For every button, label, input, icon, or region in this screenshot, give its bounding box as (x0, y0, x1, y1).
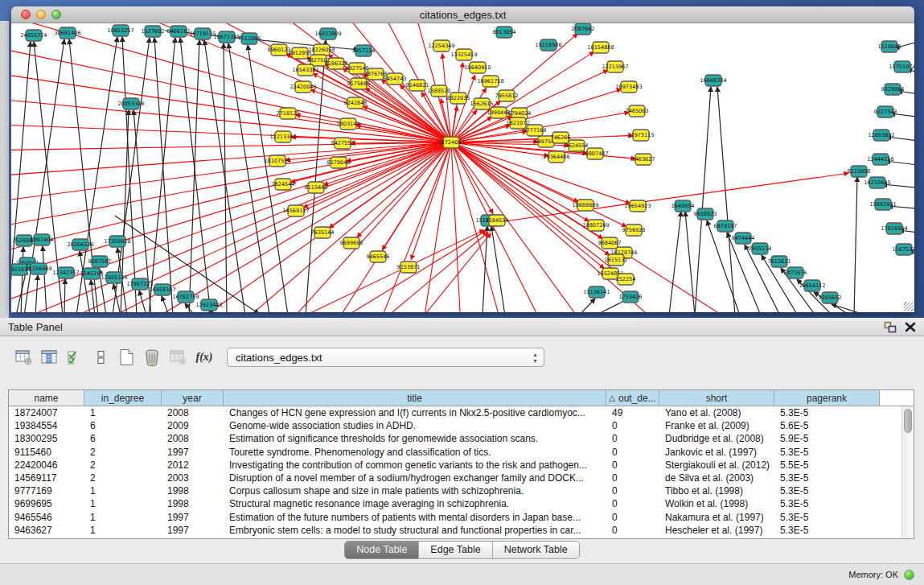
network-window-titlebar[interactable]: citations_edges.txt (11, 6, 914, 23)
column-header-title[interactable]: title (224, 390, 606, 406)
cell-short[interactable]: Wolkin et al. (1998) (659, 497, 774, 510)
import-table-icon[interactable] (166, 349, 191, 365)
column-header-pagerank[interactable]: pagerank (774, 390, 880, 406)
cell-in-degree[interactable]: 1 (84, 484, 162, 497)
cell-out-de-[interactable]: 0 (606, 472, 659, 484)
float-panel-icon[interactable] (884, 321, 897, 333)
table-row[interactable]: 969969511998Structural magnetic resonanc… (9, 497, 914, 510)
cell-out-de-[interactable]: 0 (606, 459, 659, 472)
cell-pagerank[interactable]: 5.3E-5 (774, 406, 880, 419)
cell-pagerank[interactable]: 5.6E-5 (774, 419, 880, 432)
table-row[interactable]: 1456911722003Disruption of a novel membe… (9, 472, 914, 484)
cell-in-degree[interactable]: 1 (84, 497, 162, 510)
table-row[interactable]: 1938455462009Genome-wide association stu… (9, 419, 914, 432)
cell-short[interactable]: Dudbridge et al. (2008) (659, 432, 774, 445)
table-row[interactable]: 1830029562008Estimation of significance … (9, 432, 914, 445)
table-row[interactable]: 977716911998Corpus callosum shape and si… (9, 484, 914, 497)
column-header-short[interactable]: short (659, 390, 774, 406)
cell-name[interactable]: 18724007 (9, 406, 84, 419)
table-row[interactable]: 946362711997Embryonic stem cells: a mode… (9, 524, 914, 537)
cell-in-degree[interactable]: 2 (84, 472, 162, 484)
cell-pagerank[interactable]: 5.3E-5 (774, 497, 880, 510)
cell-in-degree[interactable]: 6 (84, 432, 162, 445)
cell-year[interactable]: 1997 (162, 511, 224, 524)
column-header-out-de-[interactable]: △out_de... (606, 390, 659, 406)
table-row[interactable]: 2242004622012Investigating the contribut… (9, 459, 914, 472)
cell-year[interactable]: 1998 (162, 497, 224, 510)
cell-year[interactable]: 1998 (162, 484, 224, 497)
cell-year[interactable]: 2008 (162, 432, 224, 445)
cell-year[interactable]: 2003 (162, 472, 224, 484)
column-header-year[interactable]: year (162, 390, 224, 406)
table-selector-dropdown[interactable]: citations_edges.txt ▲▼ (227, 348, 544, 367)
cell-title[interactable]: Estimation of significance thresholds fo… (224, 432, 606, 445)
cell-out-de-[interactable]: 0 (606, 484, 659, 497)
cell-title[interactable]: Disruption of a novel member of a sodium… (224, 472, 606, 484)
cell-title[interactable]: Tourette syndrome. Phenomenology and cla… (224, 446, 606, 459)
close-panel-icon[interactable] (905, 322, 916, 332)
column-header-in-degree[interactable]: in_degree (84, 390, 162, 406)
cell-short[interactable]: Jankovic et al. (1997) (659, 446, 774, 459)
cell-in-degree[interactable]: 6 (84, 419, 162, 432)
select-all-icon[interactable] (63, 349, 88, 365)
cell-pagerank[interactable]: 5.3E-5 (774, 524, 880, 537)
scrollbar-thumb[interactable] (904, 409, 912, 433)
table-row[interactable]: 1872400712008Changes of HCN gene express… (9, 406, 914, 419)
cell-year[interactable]: 2009 (162, 419, 224, 432)
cell-name[interactable]: 9465546 (9, 511, 84, 524)
cell-out-de-[interactable]: 0 (606, 419, 659, 432)
network-canvas[interactable]: 2405572430691406106532571527602646616210… (11, 23, 914, 312)
cell-in-degree[interactable]: 2 (84, 446, 162, 459)
tab-network-table[interactable]: Network Table (492, 542, 579, 558)
table-vertical-scrollbar[interactable] (901, 406, 914, 538)
cell-name[interactable]: 18300295 (9, 432, 84, 445)
cell-name[interactable]: 9777169 (9, 484, 84, 497)
cell-title[interactable]: Embryonic stem cells: a model to study s… (224, 524, 606, 537)
show-columns-icon[interactable] (37, 349, 63, 365)
cell-year[interactable]: 1997 (162, 446, 224, 459)
cell-short[interactable]: Tibbo et al. (1998) (659, 484, 774, 497)
tab-node-table[interactable]: Node Table (345, 542, 418, 558)
cell-out-de-[interactable]: 0 (606, 446, 659, 459)
cell-short[interactable]: de Silva et al. (2003) (659, 472, 774, 484)
cell-pagerank[interactable]: 5.3E-5 (774, 484, 880, 497)
cell-out-de-[interactable]: 0 (606, 524, 659, 537)
function-builder-icon[interactable]: f(x) (191, 351, 217, 364)
cell-in-degree[interactable]: 1 (84, 511, 162, 524)
new-table-icon[interactable] (114, 348, 140, 366)
table-row[interactable]: 946554611997Estimation of the future num… (9, 511, 914, 524)
cell-out-de-[interactable]: 49 (606, 406, 659, 419)
cell-in-degree[interactable]: 1 (84, 524, 162, 537)
cell-title[interactable]: Estimation of the future numbers of pati… (224, 511, 606, 524)
cell-title[interactable]: Investigating the contribution of common… (224, 459, 606, 472)
cell-out-de-[interactable]: 0 (606, 432, 659, 445)
cell-short[interactable]: Nakamura et al. (1997) (659, 511, 774, 524)
cell-year[interactable]: 2008 (162, 406, 224, 419)
cell-pagerank[interactable]: 5.3E-5 (774, 446, 880, 459)
cell-name[interactable]: 14569117 (9, 472, 84, 484)
cell-in-degree[interactable]: 2 (84, 459, 162, 472)
cell-year[interactable]: 1997 (162, 524, 224, 537)
cell-pagerank[interactable]: 5.9E-5 (774, 432, 880, 445)
cell-short[interactable]: Franke et al. (2009) (659, 419, 774, 432)
cell-out-de-[interactable]: 0 (606, 497, 659, 510)
column-header-name[interactable]: name (9, 390, 84, 406)
cell-out-de-[interactable]: 0 (606, 511, 659, 524)
cell-year[interactable]: 2012 (162, 459, 224, 472)
cell-name[interactable]: 9115460 (9, 446, 84, 459)
cell-short[interactable]: Yano et al. (2008) (659, 406, 774, 419)
table-options-icon[interactable] (11, 349, 37, 365)
tab-edge-table[interactable]: Edge Table (418, 542, 491, 558)
window-resize-grip[interactable] (904, 302, 914, 311)
table-row[interactable]: 911546021997Tourette syndrome. Phenomeno… (9, 446, 914, 459)
cell-pagerank[interactable]: 5.3E-5 (774, 511, 880, 524)
row-selection-icon[interactable] (88, 349, 114, 365)
cell-name[interactable]: 9463627 (9, 524, 84, 537)
cell-name[interactable]: 9699695 (9, 497, 84, 510)
cell-in-degree[interactable]: 1 (84, 406, 162, 419)
cell-short[interactable]: Hescheler et al. (1997) (659, 524, 774, 537)
cell-pagerank[interactable]: 5.3E-5 (774, 472, 880, 484)
cell-title[interactable]: Corpus callosum shape and size in male p… (224, 484, 606, 497)
cell-title[interactable]: Changes of HCN gene expression and I(f) … (224, 406, 606, 419)
cell-title[interactable]: Genome-wide association studies in ADHD. (224, 419, 606, 432)
